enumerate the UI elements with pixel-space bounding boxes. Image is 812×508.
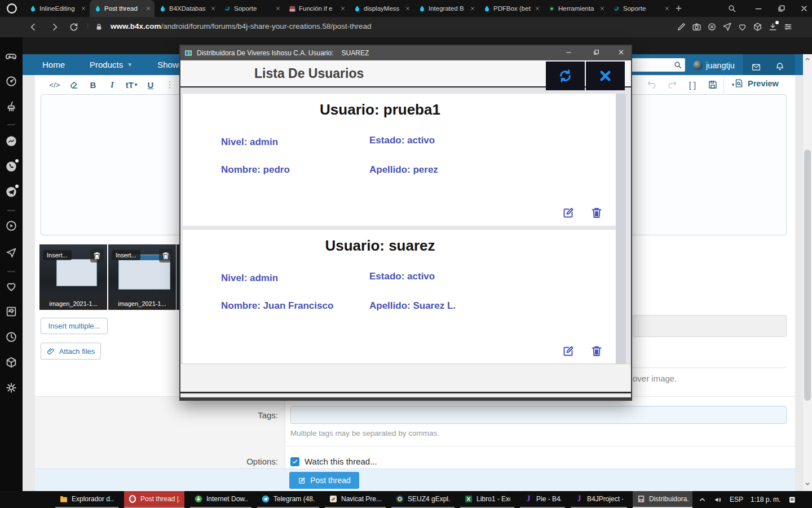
blocked-icon[interactable] [707, 22, 717, 32]
nav-item-products[interactable]: Products▼ [90, 60, 133, 69]
browser-tab[interactable]: PDFBox (bet [479, 0, 544, 17]
taskbar-item[interactable]: Libro1 - Excel [460, 491, 514, 508]
insert-multiple-button[interactable]: Insert multiple... [41, 318, 108, 334]
delete-attachment-icon[interactable] [159, 249, 173, 262]
insert-button[interactable]: Insert... [43, 250, 72, 260]
hidden-icons-chevron[interactable] [698, 496, 707, 504]
delete-user-icon[interactable] [590, 344, 603, 358]
eraser-icon[interactable] [68, 78, 80, 91]
sidebar-flow-icon[interactable] [5, 246, 17, 259]
edit-pen-icon[interactable] [677, 22, 686, 32]
delete-attachment-icon[interactable] [90, 249, 104, 262]
back-icon[interactable] [28, 22, 38, 32]
download-icon[interactable] [768, 22, 778, 32]
sidebar-gamepad-icon[interactable] [5, 50, 17, 62]
taskbar-item[interactable]: Navicat Pre... [325, 491, 386, 508]
browser-tab[interactable]: Integrated B [414, 0, 479, 17]
bold-icon[interactable]: B [87, 78, 99, 91]
browser-tab[interactable]: B4XDatabas [155, 0, 219, 17]
more-icon[interactable]: ⋮ [164, 78, 176, 91]
app-close-button[interactable] [617, 49, 625, 56]
tab-close-icon[interactable] [599, 6, 605, 11]
new-tab-button[interactable] [674, 4, 683, 12]
attachment-thumbnail[interactable]: Insert... imagen_2021-1... [39, 244, 107, 310]
scroll-up-arrow[interactable] [805, 56, 810, 62]
edit-user-icon[interactable] [562, 344, 575, 358]
sidebar-whatsapp-icon[interactable] [5, 160, 17, 173]
app-maximize-button[interactable] [593, 49, 600, 56]
delete-user-icon[interactable] [590, 206, 603, 220]
sidebar-heart-icon[interactable] [5, 280, 17, 292]
forward-icon[interactable] [50, 22, 60, 32]
tab-close-icon[interactable] [535, 6, 540, 11]
font-size-icon[interactable]: tT▾ [125, 78, 138, 91]
username-link[interactable]: juangtju [706, 61, 735, 70]
watch-thread-checkbox[interactable] [290, 457, 299, 466]
sliders-icon[interactable] [783, 22, 793, 32]
window-minimize-button[interactable] [754, 4, 763, 13]
undo-icon[interactable] [646, 80, 658, 90]
cover-image-box[interactable] [633, 315, 787, 337]
tab-close-icon[interactable] [470, 6, 475, 11]
speaker-icon[interactable] [714, 496, 722, 504]
taskbar-item[interactable]: Internet Dow... [190, 491, 251, 508]
tab-close-icon[interactable] [664, 6, 670, 11]
url-text[interactable]: www.b4x.com/android/forum/forums/b4j-sha… [111, 22, 371, 30]
tab-close-icon[interactable] [145, 6, 151, 11]
sidebar-speed-dial-icon[interactable] [5, 75, 17, 87]
scroll-down-arrow[interactable] [805, 481, 810, 487]
preview-button[interactable]: Preview [734, 78, 779, 88]
tab-close-icon[interactable] [340, 6, 346, 11]
sidebar-settings-icon[interactable] [5, 382, 17, 394]
language-indicator[interactable]: ESP [730, 496, 743, 503]
taskbar-item[interactable]: JB4JProject - ... [571, 491, 627, 508]
opera-logo-icon[interactable] [6, 2, 18, 15]
taskbar-item[interactable]: Post thread |... [124, 491, 184, 508]
browser-tab[interactable]: Soporte [219, 0, 284, 17]
taskbar-item[interactable]: Explorador d... [55, 491, 118, 508]
tab-close-icon[interactable] [405, 6, 411, 11]
window-close-button[interactable] [800, 4, 809, 13]
sidebar-player-icon[interactable] [5, 220, 17, 232]
tab-close-icon[interactable] [81, 6, 86, 11]
post-thread-button[interactable]: Post thread [289, 472, 359, 489]
taskbar-item[interactable]: SEUZ4 gExpl... [391, 491, 454, 508]
sidebar-messenger-icon[interactable] [5, 135, 17, 147]
browser-tab[interactable]: Función if e [284, 0, 349, 17]
watch-thread-label[interactable]: Watch this thread... [304, 457, 377, 466]
app-minimize-button[interactable] [565, 49, 572, 56]
nav-item-home[interactable]: Home [42, 60, 65, 69]
sidebar-extensions-icon[interactable] [5, 356, 17, 369]
browser-tab[interactable]: displayMess [349, 0, 414, 17]
page-scrollbar-thumb[interactable] [804, 150, 811, 401]
brackets-icon[interactable]: [ ] [686, 78, 699, 91]
app-title-bar[interactable]: Distribuidora De Viveres Ishosu C.A. Usu… [180, 46, 631, 60]
attach-files-button[interactable]: Attach files [41, 343, 101, 360]
code-icon[interactable]: </> [48, 78, 61, 91]
send-icon[interactable] [722, 22, 732, 32]
save-draft-icon[interactable] [707, 80, 719, 90]
sidebar-history-icon[interactable] [5, 331, 17, 343]
avatar[interactable] [693, 60, 703, 70]
browser-tab[interactable]: Soporte [608, 0, 673, 17]
mail-icon[interactable] [751, 62, 761, 72]
browser-tab[interactable]: Post thread [90, 0, 155, 17]
browser-tab[interactable]: InlineEditing [25, 0, 90, 17]
tab-search-icon[interactable] [727, 4, 736, 13]
heart-icon[interactable] [738, 22, 747, 32]
attachment-thumbnail[interactable]: Insert... imagen_2021-1... [108, 244, 176, 310]
list-close-button[interactable] [586, 62, 625, 90]
sidebar-pinboards-icon[interactable] [5, 305, 17, 318]
taskbar-item[interactable]: Telegram (48... [257, 491, 319, 508]
bell-icon[interactable] [775, 62, 785, 72]
tags-input[interactable] [290, 406, 787, 424]
tab-close-icon[interactable] [275, 6, 281, 11]
cube-icon[interactable] [753, 22, 762, 32]
reload-icon[interactable] [69, 22, 79, 32]
forum-search-input[interactable] [628, 58, 685, 72]
sidebar-cleaner-icon[interactable] [5, 100, 17, 113]
italic-icon[interactable]: I [106, 78, 118, 91]
taskbar-item[interactable]: JPie - B4J [520, 491, 565, 508]
lock-icon[interactable] [95, 23, 103, 31]
redo-icon[interactable] [666, 80, 678, 90]
